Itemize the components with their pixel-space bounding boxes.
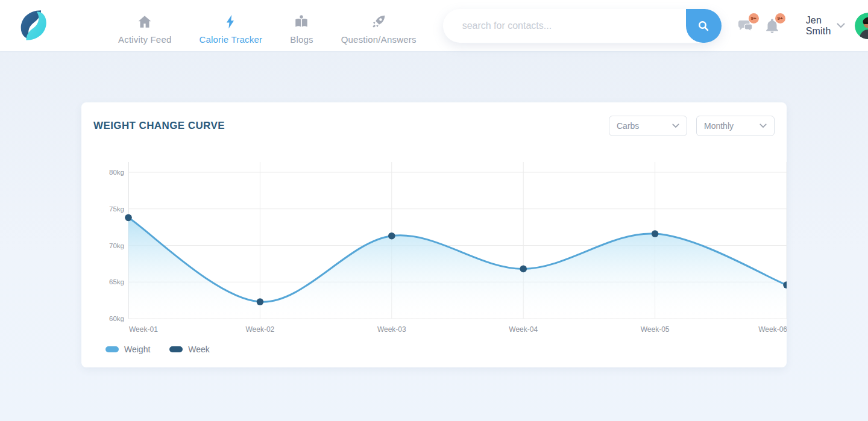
user-name: Jen Smith xyxy=(806,15,831,37)
search-button[interactable] xyxy=(686,9,722,43)
home-icon xyxy=(137,14,153,30)
search-icon xyxy=(697,19,710,33)
nav-item-label: Activity Feed xyxy=(118,34,171,45)
weight-change-card: WEIGHT CHANGE CURVE Carbs Monthly xyxy=(81,102,787,367)
chevron-down-icon xyxy=(760,123,767,128)
svg-text:Week-05: Week-05 xyxy=(641,325,670,334)
card-header: WEIGHT CHANGE CURVE Carbs Monthly xyxy=(93,116,775,136)
nav-item-label: Blogs xyxy=(290,34,313,45)
bell-icon[interactable]: 9+ xyxy=(764,17,781,34)
main-nav: Activity FeedCalorie TrackerBlogsQuestio… xyxy=(118,7,417,45)
chat-icon[interactable]: 9+ xyxy=(737,17,754,34)
rocket-icon xyxy=(371,14,386,30)
svg-text:Week-06: Week-06 xyxy=(758,325,787,334)
nav-item-blogs[interactable]: Blogs xyxy=(290,7,313,45)
svg-text:70kg: 70kg xyxy=(109,242,124,249)
legend-item-week[interactable]: Week xyxy=(169,345,210,354)
legend-label: Week xyxy=(188,345,210,354)
search-input[interactable] xyxy=(443,9,722,43)
weight-chart: 80kg75kg70kg65kg60kgWeek-01Week-02Week-0… xyxy=(93,162,775,340)
lightning-icon xyxy=(223,14,239,30)
nav-item-activity-feed[interactable]: Activity Feed xyxy=(118,7,171,45)
legend-item-weight[interactable]: Weight xyxy=(105,345,150,354)
svg-text:75kg: 75kg xyxy=(109,205,124,213)
svg-text:Week-01: Week-01 xyxy=(129,325,158,334)
nav-item-calorie-tracker[interactable]: Calorie Tracker xyxy=(199,7,262,45)
chart-filters: Carbs Monthly xyxy=(609,116,775,136)
svg-text:60kg: 60kg xyxy=(109,315,124,322)
reader-icon xyxy=(294,14,309,30)
chart-legend: WeightWeek xyxy=(93,345,775,354)
svg-text:Week-02: Week-02 xyxy=(245,325,274,334)
notification-badge: 9+ xyxy=(775,13,785,23)
nav-item-question-answers[interactable]: Question/Answers xyxy=(341,7,417,45)
svg-text:Week-03: Week-03 xyxy=(377,325,406,334)
search-bar xyxy=(443,9,722,43)
svg-text:Week-04: Week-04 xyxy=(509,325,538,334)
nutrient-select-value: Carbs xyxy=(617,121,639,131)
period-select-value: Monthly xyxy=(704,121,734,131)
notification-area: 9+9+ xyxy=(737,17,781,34)
user-menu[interactable]: Jen Smith xyxy=(806,13,868,39)
notification-badge: 9+ xyxy=(749,13,759,23)
svg-text:80kg: 80kg xyxy=(109,169,124,176)
legend-swatch xyxy=(105,346,119,352)
legend-label: Weight xyxy=(124,345,150,354)
card-title: WEIGHT CHANGE CURVE xyxy=(93,120,225,132)
period-select[interactable]: Monthly xyxy=(696,116,775,136)
content-area: WEIGHT CHANGE CURVE Carbs Monthly xyxy=(0,51,868,367)
app-logo[interactable] xyxy=(16,8,51,44)
chevron-down-icon xyxy=(837,23,845,28)
avatar[interactable] xyxy=(855,13,868,39)
nutrient-select[interactable]: Carbs xyxy=(609,116,687,136)
chevron-down-icon xyxy=(672,123,679,128)
svg-text:65kg: 65kg xyxy=(109,278,124,285)
nav-item-label: Calorie Tracker xyxy=(199,34,262,45)
top-navbar: Activity FeedCalorie TrackerBlogsQuestio… xyxy=(0,0,868,51)
nav-item-label: Question/Answers xyxy=(341,34,417,45)
legend-swatch xyxy=(169,346,183,352)
